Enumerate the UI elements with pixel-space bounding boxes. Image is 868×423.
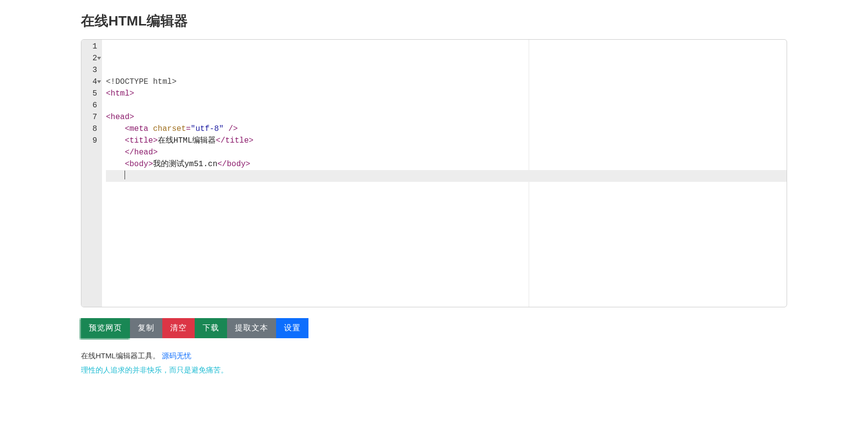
- source-link[interactable]: 源码无忧: [162, 351, 191, 360]
- download-button[interactable]: 下载: [195, 318, 227, 338]
- extract-text-button[interactable]: 提取文本: [227, 318, 276, 338]
- footer-quote: 理性的人追求的并非快乐，而只是避免痛苦。: [81, 363, 787, 377]
- footer-description: 在线HTML编辑器工具。: [81, 351, 160, 360]
- code-editor[interactable]: 123456789 <!DOCTYPE html><html><head> <m…: [81, 39, 787, 307]
- line-number: 4: [85, 76, 97, 88]
- code-line[interactable]: [106, 170, 787, 182]
- copy-button[interactable]: 复制: [130, 318, 162, 338]
- toolbar: 预览网页 复制 清空 下载 提取文本 设置: [81, 318, 787, 338]
- code-line[interactable]: <meta charset="utf-8" />: [106, 123, 787, 135]
- line-number: 5: [85, 88, 97, 100]
- fold-toggle-icon[interactable]: [97, 57, 101, 60]
- code-line[interactable]: </head>: [106, 147, 787, 158]
- line-number: 1: [85, 41, 97, 52]
- preview-button[interactable]: 预览网页: [81, 318, 130, 338]
- line-number: 2: [85, 52, 97, 64]
- code-line[interactable]: <title>在线HTML编辑器</title>: [106, 135, 787, 147]
- clear-button[interactable]: 清空: [162, 318, 195, 338]
- code-line[interactable]: <!DOCTYPE html>: [106, 76, 787, 88]
- code-line[interactable]: [106, 100, 787, 111]
- settings-button[interactable]: 设置: [276, 318, 308, 338]
- fold-toggle-icon[interactable]: [97, 80, 101, 83]
- line-number: 6: [85, 100, 97, 111]
- line-number: 9: [85, 135, 97, 147]
- code-line[interactable]: <body>我的测试ym51.cn</body>: [106, 158, 787, 170]
- line-number: 7: [85, 111, 97, 123]
- line-number: 3: [85, 64, 97, 76]
- page-title: 在线HTML编辑器: [81, 12, 787, 30]
- text-cursor: [125, 171, 125, 179]
- code-line[interactable]: <head>: [106, 111, 787, 123]
- editor-content[interactable]: <!DOCTYPE html><html><head> <meta charse…: [102, 40, 787, 307]
- page-container: 在线HTML编辑器 123456789 <!DOCTYPE html><html…: [81, 0, 787, 385]
- footer: 在线HTML编辑器工具。 源码无忧 理性的人追求的并非快乐，而只是避免痛苦。: [81, 349, 787, 377]
- line-number: 8: [85, 123, 97, 135]
- editor-gutter: 123456789: [81, 40, 102, 307]
- editor-scrollbar[interactable]: [782, 42, 786, 96]
- code-line[interactable]: <html>: [106, 88, 787, 100]
